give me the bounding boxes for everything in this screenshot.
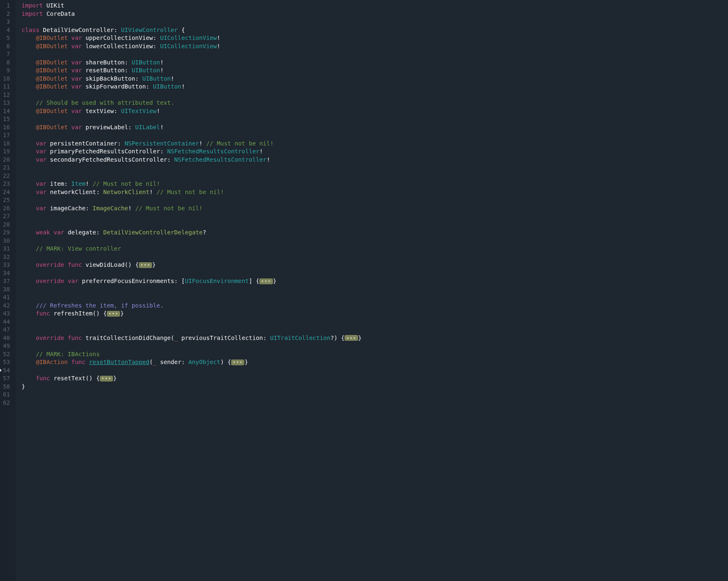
line-number[interactable]: 38 [0, 286, 10, 294]
code-line[interactable]: override func traitCollectionDidChange(_… [22, 334, 728, 342]
line-number[interactable]: 3 [0, 18, 10, 26]
line-number[interactable]: 58 [0, 383, 10, 391]
code-line[interactable]: var networkClient: NetworkClient! // Mus… [22, 188, 728, 197]
line-number[interactable]: 22 [0, 172, 10, 180]
line-number[interactable]: 32 [0, 253, 10, 261]
line-number[interactable]: 54 [0, 367, 10, 375]
line-number[interactable]: 18 [0, 140, 10, 148]
line-number[interactable]: 26 [0, 204, 10, 213]
fold-indicator-icon[interactable]: ••• [107, 311, 120, 317]
code-line[interactable] [22, 164, 728, 172]
code-line[interactable]: var secondaryFetchedResultsController: N… [22, 156, 728, 164]
code-line[interactable]: var item: Item! // Must not be nil! [22, 180, 728, 188]
code-line[interactable]: @IBOutlet var previewLabel: UILabel! [22, 123, 728, 132]
line-number[interactable]: 12 [0, 91, 10, 99]
fold-indicator-icon[interactable]: ••• [231, 359, 244, 365]
code-line[interactable] [22, 326, 728, 334]
code-line[interactable] [22, 91, 728, 99]
line-number[interactable]: 37 [0, 277, 10, 286]
line-number[interactable]: 61 [0, 391, 10, 399]
code-line[interactable]: @IBOutlet var lowerCollectionView: UICol… [22, 42, 728, 51]
code-line[interactable]: @IBOutlet var skipBackButton: UIButton! [22, 75, 728, 83]
line-number[interactable]: 9 [0, 66, 10, 75]
line-number[interactable]: 14 [0, 107, 10, 116]
code-line[interactable]: @IBOutlet var shareButton: UIButton! [22, 59, 728, 67]
code-line[interactable]: } [22, 383, 728, 391]
code-line[interactable] [22, 196, 728, 204]
line-number[interactable]: 57 [0, 374, 10, 383]
code-line[interactable] [22, 237, 728, 245]
code-line[interactable]: var primaryFetchedResultsController: NSF… [22, 148, 728, 156]
code-line[interactable]: // MARK: IBActions [22, 350, 728, 359]
code-line[interactable] [22, 269, 728, 278]
code-line[interactable] [22, 318, 728, 326]
line-number[interactable]: 24 [0, 188, 10, 197]
line-number[interactable]: 5 [0, 34, 10, 42]
fold-indicator-icon[interactable]: ••• [100, 376, 113, 382]
line-number[interactable]: 30 [0, 237, 10, 245]
code-line[interactable]: import CoreData [22, 10, 728, 18]
line-number[interactable]: 29 [0, 229, 10, 237]
code-line[interactable]: func refreshItem() {•••} [22, 310, 728, 318]
line-number[interactable]: 43 [0, 310, 10, 318]
code-line[interactable] [22, 131, 728, 140]
code-line[interactable]: /// Refreshes the item, if possible. [22, 302, 728, 310]
code-line[interactable]: override var preferredFocusEnvironments:… [22, 277, 728, 286]
line-number[interactable]: 52 [0, 350, 10, 359]
line-number[interactable]: 2 [0, 10, 10, 18]
line-number[interactable]: 19 [0, 148, 10, 156]
code-line[interactable] [22, 391, 728, 399]
line-number[interactable]: 27 [0, 212, 10, 221]
code-line[interactable] [22, 172, 728, 180]
fold-indicator-icon[interactable]: ••• [259, 278, 273, 284]
line-number[interactable]: 15 [0, 115, 10, 123]
code-line[interactable] [22, 212, 728, 221]
line-number[interactable]: 1 [0, 2, 10, 10]
line-number[interactable]: 25 [0, 196, 10, 204]
code-line[interactable]: weak var delegate: DetailViewControllerD… [22, 229, 728, 237]
code-line[interactable] [22, 221, 728, 229]
code-line[interactable]: var persistentContainer: NSPersistentCon… [22, 140, 728, 148]
line-number[interactable]: 21 [0, 164, 10, 172]
line-number[interactable]: 53 [0, 358, 10, 367]
line-number[interactable]: 7 [0, 50, 10, 59]
line-number[interactable]: 41 [0, 293, 10, 302]
line-number[interactable]: 11 [0, 83, 10, 91]
line-number[interactable]: 33 [0, 261, 10, 269]
line-number[interactable]: 31 [0, 245, 10, 253]
line-number[interactable]: 34 [0, 269, 10, 278]
line-number[interactable]: 13 [0, 99, 10, 107]
fold-indicator-icon[interactable]: ••• [344, 335, 358, 341]
code-line[interactable]: @IBOutlet var skipForwardButton: UIButto… [22, 83, 728, 91]
code-line[interactable]: @IBOutlet var textView: UITextView! [22, 107, 728, 116]
code-line[interactable] [22, 342, 728, 350]
code-line[interactable] [22, 286, 728, 294]
line-number[interactable]: 28 [0, 221, 10, 229]
code-line[interactable]: @IBOutlet var resetButton: UIButton! [22, 66, 728, 75]
line-number[interactable]: 20 [0, 156, 10, 164]
line-number[interactable]: 48 [0, 334, 10, 342]
line-number[interactable]: 16 [0, 123, 10, 132]
code-area[interactable]: import UIKit import CoreData class Detai… [16, 0, 728, 581]
line-number[interactable]: 44 [0, 318, 10, 326]
line-number[interactable]: 47 [0, 326, 10, 334]
line-number[interactable]: 49 [0, 342, 10, 350]
line-number[interactable]: 8 [0, 59, 10, 67]
line-number[interactable]: 42 [0, 302, 10, 310]
code-line[interactable]: override func viewDidLoad() {•••} [22, 261, 728, 269]
code-line[interactable]: // Should be used with attributed text. [22, 99, 728, 107]
fold-indicator-icon[interactable]: ••• [139, 262, 152, 268]
code-line[interactable] [22, 18, 728, 26]
code-line[interactable] [22, 115, 728, 123]
code-line[interactable]: var imageCache: ImageCache! // Must not … [22, 204, 728, 213]
code-line[interactable]: // MARK: View controller [22, 245, 728, 253]
code-line[interactable] [22, 50, 728, 59]
line-number[interactable]: 17 [0, 131, 10, 140]
line-number[interactable]: 10 [0, 75, 10, 83]
code-line[interactable]: @IBAction func resetButtonTapped(_ sende… [22, 358, 728, 367]
code-line[interactable] [22, 367, 728, 375]
code-line[interactable]: import UIKit [22, 2, 728, 10]
code-line[interactable]: @IBOutlet var upperCollectionView: UICol… [22, 34, 728, 42]
code-line[interactable] [22, 253, 728, 261]
line-number[interactable]: 4 [0, 26, 10, 34]
